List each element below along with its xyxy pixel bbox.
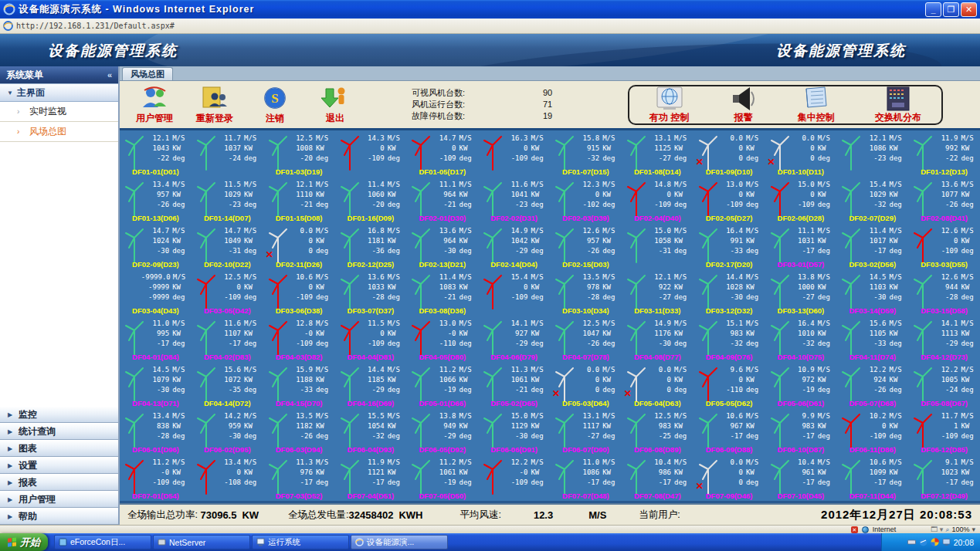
turbine-cell-DF01-13(D06)[interactable]: 13.4M/S 957KW -26deg DF01-13(D06)	[120, 177, 192, 223]
turbine-cell-DF05-07(D68)[interactable]: 12.2M/S 924KW -26deg DF05-07(D68)	[836, 362, 908, 408]
turbine-cell-DF02-07(D29)[interactable]: 15.4M/S 1029KW -32deg DF02-07(D29)	[836, 177, 908, 223]
start-button[interactable]: 开始	[0, 533, 48, 551]
turbine-cell-DF02-10(D22)[interactable]: 14.7M/S 1049KW -31deg DF02-10(D22)	[192, 223, 263, 269]
turbine-cell-DF07-04(D51)[interactable]: 11.9M/S 1121KW -17deg DF07-04(D51)	[335, 455, 407, 501]
sidebar-group-统计查询[interactable]: ▶统计查询	[0, 423, 118, 440]
turbine-cell-DF04-14(D72)[interactable]: 15.6M/S 1072KW -35deg DF04-14(D72)	[192, 362, 263, 408]
turbine-cell-DF03-01(D57)[interactable]: 11.1M/S 1031KW -17deg DF03-01(D57)	[765, 223, 837, 269]
turbine-cell[interactable]: 13.4M/S 0KW -108deg	[192, 455, 263, 501]
turbine-cell-DF06-11(D86)[interactable]: 10.2M/S 0KW -109deg DF06-11(D86)	[836, 408, 908, 455]
turbine-cell-DF02-02(D31)[interactable]: 11.6M/S 1041KW -23deg DF02-02(D31)	[478, 177, 550, 223]
turbine-cell-DF03-07(D37)[interactable]: 13.6M/S 1033KW -28deg DF03-07(D37)	[335, 269, 407, 316]
turbine-cell-DF03-11(D33)[interactable]: 12.1M/S 922KW -27deg DF03-11(D33)	[622, 269, 693, 316]
turbine-cell[interactable]: 16.3M/S 0KW -109deg	[478, 130, 550, 177]
turbine-cell-DF04-03(D82)[interactable]: 12.8M/S -0KW -109deg DF04-03(D82)	[263, 316, 335, 362]
turbine-cell-DF01-14(D07)[interactable]: 11.5M/S 1029KW -23deg DF01-14(D07)	[192, 177, 263, 223]
turbine-cell-DF04-09(D76)[interactable]: 15.1M/S 983KW -32deg DF04-09(D76)	[693, 316, 765, 362]
turbine-cell-DF04-06(D79)[interactable]: 14.1M/S 927KW -29deg DF04-06(D79)	[478, 316, 550, 362]
turbine-cell-DF04-16(D69)[interactable]: 14.4M/S 1185KW -29deg DF04-16(D69)	[335, 362, 407, 408]
tray-network-icon[interactable]	[919, 538, 927, 546]
turbine-cell-DF02-11(D26)[interactable]: ✕ 0.0M/S 0KW 0deg DF02-11(D26)	[263, 223, 335, 269]
turbine-cell-DF03-04(D43)[interactable]: -9999.0M/S -9999KW -9999deg DF03-04(D43)	[120, 269, 192, 316]
turbine-cell-DF01-07(D15)[interactable]: 15.8M/S 915KW -32deg DF01-07(D15)	[550, 130, 622, 177]
user-management-button[interactable]: 用户管理	[124, 85, 185, 125]
close-button[interactable]: ✕	[961, 2, 977, 17]
turbine-cell-DF02-01(D30)[interactable]: 11.1M/S 964KW -21deg DF02-01(D30)	[406, 177, 478, 223]
turbine-cell-DF07-09(D46)[interactable]: ✕ 0.0M/S 0KW 0deg DF07-09(D46)	[693, 455, 765, 501]
turbine-cell-DF06-03(D94)[interactable]: 13.5M/S 1182KW -26deg DF06-03(D94)	[263, 408, 335, 455]
taskbar-task-NetServer[interactable]: NetServer	[153, 535, 250, 549]
turbine-cell-DF02-09(D23)[interactable]: 14.7M/S 1024KW -30deg DF02-09(D23)	[120, 223, 192, 269]
turbine-cell[interactable]: 15.4M/S 0KW -109deg	[478, 269, 550, 316]
turbine-cell-DF03-14(D59)[interactable]: 14.5M/S 1103KW -30deg DF03-14(D59)	[836, 269, 908, 316]
tray-color-icon[interactable]	[931, 538, 939, 546]
turbine-cell-DF03-03(D55)[interactable]: 12.6M/S 0KW -109deg DF03-03(D55)	[908, 223, 980, 269]
turbine-cell-DF01-10(D11)[interactable]: ✕ 0.0M/S 0KW 0deg DF01-10(D11)	[765, 130, 837, 177]
turbine-cell-DF03-12(D32)[interactable]: 14.4M/S 1028KW -30deg DF03-12(D32)	[693, 269, 765, 316]
tray-clock[interactable]: 20:08	[954, 538, 974, 547]
turbine-cell-DF03-08(D36)[interactable]: 11.4M/S 1083KW -21deg DF03-08(D36)	[406, 269, 478, 316]
taskbar-task-eForceCon[interactable]: eForceCon日...	[54, 535, 151, 549]
turbine-cell-DF04-13(D71)[interactable]: 14.5M/S 1079KW -30deg DF04-13(D71)	[120, 362, 192, 408]
taskbar-task-[interactable]: 设备能源演...	[351, 535, 448, 549]
turbine-cell-DF04-10(D75)[interactable]: 16.4M/S 1010KW -32deg DF04-10(D75)	[765, 316, 837, 362]
turbine-cell-DF01-05(D17)[interactable]: 14.7M/S 0KW -109deg DF01-05(D17)	[406, 130, 478, 177]
turbine-cell[interactable]: 12.1M/S 1086KW -23deg	[836, 130, 908, 177]
sidebar-group-图表[interactable]: ▶图表	[0, 440, 118, 457]
turbine-cell-DF05-05(D62)[interactable]: 9.6M/S 0KW -110deg DF05-05(D62)	[693, 362, 765, 408]
turbine-cell-DF04-12(D73)[interactable]: 14.1M/S 1113KW -29deg DF04-12(D73)	[908, 316, 980, 362]
turbine-cell-DF07-01(D54)[interactable]: 11.2M/S -0KW -109deg DF07-01(D54)	[120, 455, 192, 501]
turbine-cell-DF02-05(D27)[interactable]: 13.0M/S 0KW -109deg DF02-05(D27)	[693, 177, 765, 223]
switch-distribution-button[interactable]: 交换机分布	[875, 86, 921, 124]
turbine-cell-DF06-04(D93)[interactable]: 15.5M/S 1054KW -32deg DF06-04(D93)	[335, 408, 407, 455]
turbine-cell-DF04-15(D70)[interactable]: 15.9M/S 1188KW -33deg DF04-15(D70)	[263, 362, 335, 408]
zoom-icon[interactable]: ⌕	[945, 526, 949, 534]
turbine-cell-DF01-15(D08)[interactable]: 12.1M/S 1110KW -21deg DF01-15(D08)	[263, 177, 335, 223]
turbine-cell-DF03-06(D38)[interactable]: 10.6M/S 0KW -109deg DF03-06(D38)	[263, 269, 335, 316]
turbine-cell-DF02-03(D39)[interactable]: 12.3M/S 0KW -102deg DF02-03(D39)	[550, 177, 622, 223]
zoom-level[interactable]: 100%	[951, 526, 969, 533]
turbine-cell-DF04-05(D80)[interactable]: 13.0M/S -0KW -110deg DF04-05(D80)	[406, 316, 478, 362]
central-control-button[interactable]: 集中控制	[798, 86, 835, 124]
logoff-button[interactable]: S注销	[245, 85, 305, 125]
turbine-cell-DF02-14(D04)[interactable]: 14.9M/S 1042KW -29deg DF02-14(D04)	[478, 223, 550, 269]
turbine-cell-DF05-03(D64)[interactable]: ✕ 0.0M/S 0KW 0deg DF05-03(D64)	[550, 362, 622, 408]
turbine-cell-DF07-11(D44)[interactable]: 10.6M/S 1099KW -17deg DF07-11(D44)	[836, 455, 908, 501]
turbine-cell-DF01-08(D14)[interactable]: 13.1M/S 1125KW -27deg DF01-08(D14)	[622, 130, 693, 177]
restore-button[interactable]: ❐	[943, 2, 959, 17]
page-menu-icon[interactable]: 🗔 ▾	[931, 526, 943, 533]
turbine-cell-DF07-03(D52)[interactable]: 11.3M/S 976KW -17deg DF07-03(D52)	[263, 455, 335, 501]
relogin-button[interactable]: 重新登录	[185, 85, 245, 125]
turbine-cell-DF04-07(D78)[interactable]: 12.5M/S 1047KW -26deg DF04-07(D78)	[550, 316, 622, 362]
sidebar-group-main[interactable]: ▼ 主界面	[0, 83, 118, 102]
turbine-cell-DF07-05(D50)[interactable]: 11.2M/S 1061KW -19deg DF07-05(D50)	[406, 455, 478, 501]
turbine-cell[interactable]: 15.0M/S 1058KW -31deg	[622, 223, 693, 269]
turbine-cell-DF05-01(D66)[interactable]: 11.2M/S 1066KW -19deg DF05-01(D66)	[406, 362, 478, 408]
sidebar-group-报表[interactable]: ▶报表	[0, 474, 118, 491]
turbine-cell-DF02-15(D03)[interactable]: 12.6M/S 957KW -26deg DF02-15(D03)	[550, 223, 622, 269]
tab-windfarm-overview[interactable]: 风场总图	[122, 67, 173, 80]
turbine-cell-DF06-08(D89)[interactable]: 12.5M/S 983KW -25deg DF06-08(D89)	[622, 408, 693, 455]
exit-button[interactable]: 退出	[305, 85, 365, 125]
turbine-cell[interactable]: 12.2M/S -0KW -109deg	[478, 455, 550, 501]
turbine-cell-DF06-01(D96)[interactable]: 13.4M/S 838KW -28deg DF06-01(D96)	[120, 408, 192, 455]
turbine-cell-DF02-17(D20)[interactable]: 16.4M/S 991KW -33deg DF02-17(D20)	[693, 223, 765, 269]
turbine-cell-DF05-06(D61)[interactable]: 10.9M/S 972KW -19deg DF05-06(D61)	[765, 362, 837, 408]
sidebar-group-帮助[interactable]: ▶帮助	[0, 508, 118, 525]
turbine-cell[interactable]: 11.7M/S 1037KW -24deg	[192, 130, 263, 177]
zoom-dropdown-icon[interactable]: ▾	[972, 526, 975, 533]
sidebar-group-用户管理[interactable]: ▶用户管理	[0, 491, 118, 508]
turbine-cell-DF02-06(D28)[interactable]: 15.0M/S 0KW -109deg DF02-06(D28)	[765, 177, 837, 223]
taskbar-task-[interactable]: 运行系统	[252, 535, 349, 549]
turbine-cell-DF07-12(D49)[interactable]: 9.1M/S 1023KW -17deg DF07-12(D49)	[908, 455, 980, 501]
turbine-cell-DF03-05(D42)[interactable]: 12.5M/S 0KW -109deg DF03-05(D42)	[192, 269, 263, 316]
turbine-cell-DF05-04(D63)[interactable]: ✕ 0.0M/S 0KW 0deg DF05-04(D63)	[622, 362, 693, 408]
turbine-cell-DF01-16(D09)[interactable]: 11.4M/S 1060KW -20deg DF01-16(D09)	[335, 177, 407, 223]
turbine-cell-DF06-07(D90)[interactable]: 13.1M/S 1117KW -27deg DF06-07(D90)	[550, 408, 622, 455]
minimize-button[interactable]: _	[925, 2, 941, 17]
active-power-control-button[interactable]: 有功 控制	[649, 86, 689, 124]
turbine-cell-DF01-03(D19)[interactable]: 12.5M/S 1008KW -20deg DF01-03(D19)	[263, 130, 335, 177]
sidebar-item-realtime-monitor[interactable]: ›实时监视	[0, 102, 118, 122]
turbine-cell-DF05-02(D65)[interactable]: 11.3M/S 1061KW -21deg DF05-02(D65)	[478, 362, 550, 408]
turbine-cell-DF06-12(D85)[interactable]: 11.7M/S 1KW -109deg DF06-12(D85)	[908, 408, 980, 455]
